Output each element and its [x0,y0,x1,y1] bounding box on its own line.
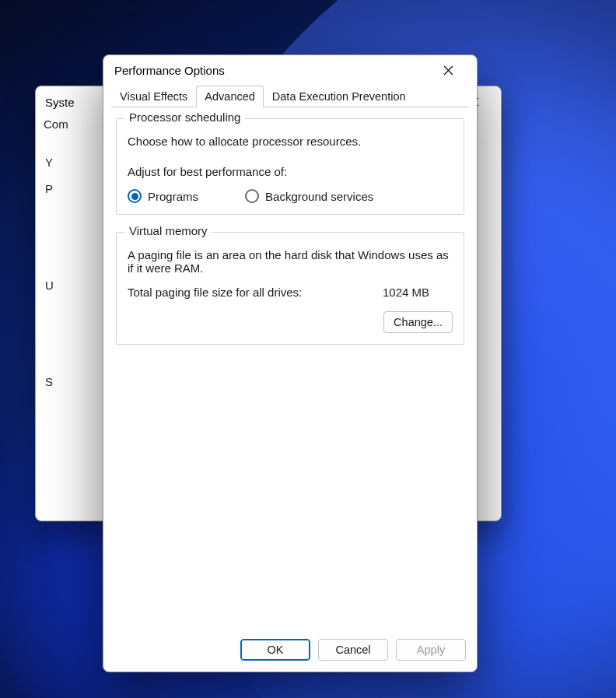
dialog-title: Performance Options [114,64,430,77]
virtual-memory-group: Virtual memory A paging file is an area … [116,232,464,345]
tab-dep[interactable]: Data Execution Prevention [264,86,415,107]
sysprop-row-s: S [45,375,53,388]
sysprop-tab-fragment: Com [44,118,68,131]
virtual-memory-description: A paging file is an area on the hard dis… [128,248,453,275]
processor-legend: Processor scheduling [124,110,245,124]
ok-button[interactable]: OK [240,639,310,661]
processor-adjust-label: Adjust for best performance of: [128,165,453,178]
tab-visual-effects[interactable]: Visual Effects [111,86,196,107]
change-button[interactable]: Change... [383,311,453,333]
radio-background-label: Background services [265,190,373,203]
processor-scheduling-group: Processor scheduling Choose how to alloc… [116,118,464,215]
tab-advanced[interactable]: Advanced [196,86,264,107]
radio-dot-icon [245,189,259,203]
sysprop-row-p: P [45,182,53,195]
performance-options-dialog: Performance Options Visual Effects Advan… [103,54,478,672]
radio-programs-label: Programs [148,190,198,203]
radio-programs[interactable]: Programs [128,189,198,203]
sysprop-row-y: Y [45,156,53,169]
radio-dot-icon [128,189,142,203]
cancel-button[interactable]: Cancel [318,639,388,661]
radio-background-services[interactable]: Background services [245,189,373,203]
close-button[interactable] [430,58,466,82]
processor-description: Choose how to allocate processor resourc… [128,135,453,148]
sysprop-title: Syste [45,96,75,109]
sysprop-row-u: U [45,279,54,292]
virtual-memory-legend: Virtual memory [124,224,212,237]
total-paging-label: Total paging file size for all drives: [128,286,383,299]
total-paging-value: 1024 MB [383,286,453,299]
close-icon [443,65,453,75]
apply-button[interactable]: Apply [396,639,466,661]
